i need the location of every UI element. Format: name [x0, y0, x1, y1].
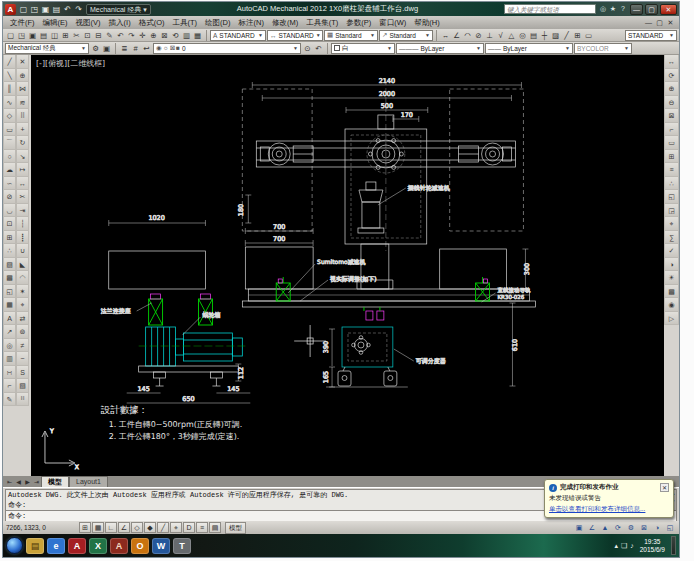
polyline-icon[interactable]: ∿	[3, 96, 16, 110]
construction-line-icon[interactable]: ╲	[3, 69, 16, 83]
tray-model-icon[interactable]: ▣	[573, 522, 585, 533]
list-icon[interactable]: ≡	[664, 163, 679, 177]
tray-autoscale-icon[interactable]: ⟳	[612, 522, 624, 533]
notification-details-link[interactable]: 单击以查看打印和发布详细信息...	[549, 505, 669, 514]
diameter-dimension-icon[interactable]: ⊘	[473, 30, 484, 41]
menu-format[interactable]: 格式(O)	[135, 18, 169, 28]
taskbar-ie-icon[interactable]: e	[47, 538, 65, 554]
maximize-button[interactable]: ▢	[645, 4, 658, 15]
sketch-icon[interactable]: ✎	[3, 393, 16, 407]
minimize-button[interactable]: —	[630, 4, 643, 15]
tray-performance-icon[interactable]: ◑	[651, 522, 663, 533]
make-object-layer-current-icon[interactable]: ⊙	[302, 43, 313, 54]
delete-duplicates-icon[interactable]: ≠	[16, 339, 29, 353]
taskbar-acrobat-icon[interactable]: A	[68, 538, 86, 554]
power-dimension-icon[interactable]: ↔	[440, 30, 451, 41]
dim-style-dropdown[interactable]: ↔ STANDARD▼	[267, 30, 323, 41]
properties-icon[interactable]: ▥	[181, 30, 192, 41]
show-hidden-icon[interactable]: ▴	[614, 542, 618, 550]
orbit-icon[interactable]: ⟳	[664, 69, 679, 83]
layer-properties-icon[interactable]: ≣	[119, 43, 130, 54]
menu-window[interactable]: 窗口(W)	[375, 18, 410, 28]
break-icon[interactable]: ┋	[16, 231, 29, 245]
arc-icon[interactable]: ⌒	[3, 136, 16, 150]
infocenter-search-input[interactable]	[504, 4, 596, 14]
ducs-toggle-icon[interactable]: ⌖	[170, 522, 182, 533]
network-icon[interactable]: ❏	[621, 542, 627, 550]
array-icon[interactable]: ⠿	[16, 109, 29, 123]
spline-icon[interactable]: ∽	[3, 177, 16, 191]
explode-icon[interactable]: ✶	[16, 285, 29, 299]
color-dropdown[interactable]: 白▼	[331, 43, 395, 54]
redo-icon[interactable]: ↷	[73, 4, 84, 15]
area-tool-icon[interactable]: ▭	[664, 136, 679, 150]
layer-dropdown[interactable]: ◉☼⊠■ 0▼	[153, 43, 301, 54]
taskbar-excel-icon[interactable]: X	[89, 538, 107, 554]
title-border-icon[interactable]: ▭	[583, 30, 594, 41]
drawing-canvas[interactable]: [-][俯视][二维线框] 2140 2000	[31, 55, 664, 476]
doc-minimize-button[interactable]: —	[643, 18, 654, 28]
markup-icon[interactable]: ✓	[664, 244, 679, 258]
plot-icon[interactable]: ▤	[51, 4, 62, 15]
divide-icon[interactable]: ∺	[3, 366, 16, 380]
polar-toggle-icon[interactable]: ∠	[118, 522, 130, 533]
construction-lines-icon[interactable]: ╱	[561, 30, 572, 41]
autocad-logo-icon[interactable]: A	[5, 4, 16, 15]
camera-icon[interactable]: ◉	[664, 298, 679, 312]
layer-on-icon[interactable]: ◉	[156, 44, 162, 52]
menu-help[interactable]: 帮助(H)	[410, 18, 443, 28]
table-icon[interactable]: ▦	[3, 298, 16, 312]
save-icon[interactable]: ▣	[40, 4, 51, 15]
mleader-style-dropdown[interactable]: ↗ Standard▼	[379, 30, 433, 41]
circle-icon[interactable]: ○	[3, 150, 16, 164]
break-at-point-icon[interactable]: ┆	[16, 217, 29, 231]
taskbar-word-icon[interactable]: W	[152, 538, 170, 554]
move-icon[interactable]: +	[16, 123, 29, 137]
workspace-settings-icon[interactable]: ⚙	[90, 43, 101, 54]
offset-icon[interactable]: ≋	[16, 96, 29, 110]
menu-view[interactable]: 视图(V)	[72, 18, 105, 28]
save-workspace-icon[interactable]: ▣	[101, 43, 112, 54]
viewport-controls[interactable]: [-][俯视][二维线框]	[36, 59, 105, 68]
menu-dimension[interactable]: 标注(N)	[235, 18, 268, 28]
edit-hatch-icon[interactable]: ▧	[16, 379, 29, 393]
measure-icon[interactable]: ⌐	[3, 379, 16, 393]
tool-palettes-icon[interactable]: ▦	[192, 30, 203, 41]
notification-close-button[interactable]: ✕	[660, 483, 669, 492]
publish-icon[interactable]: ⊞	[60, 30, 71, 41]
menu-file[interactable]: 文件(F)	[6, 18, 39, 28]
motion-path-icon[interactable]: ▷	[664, 312, 679, 326]
plot-icon[interactable]: ▤	[38, 30, 49, 41]
pan-icon[interactable]: ✛	[137, 30, 148, 41]
materials-icon[interactable]: ▩	[664, 285, 679, 299]
tray-annotation-scale-icon[interactable]: ∠	[586, 522, 598, 533]
polygon-icon[interactable]: ◇	[3, 109, 16, 123]
plot-preview-icon[interactable]: ◫	[49, 30, 60, 41]
new-icon[interactable]: ▢	[5, 30, 16, 41]
save-icon[interactable]: ▣	[27, 30, 38, 41]
taskbar-autocad-icon[interactable]: A	[110, 538, 128, 554]
tab-nav-next-icon[interactable]: ▶	[23, 477, 32, 487]
zoom-previous-icon[interactable]: ⟲	[170, 30, 181, 41]
pan-tool-icon[interactable]: ↔	[664, 55, 679, 69]
menu-insert[interactable]: 插入(I)	[105, 18, 135, 28]
mass-properties-icon[interactable]: ⊞	[664, 150, 679, 164]
copy-nested-icon[interactable]: ⊚	[16, 325, 29, 339]
ray-icon[interactable]: ↗	[3, 325, 16, 339]
linetype-dropdown[interactable]: ——— ByLayer▼	[396, 43, 484, 54]
table-style-dropdown[interactable]: ▦ Standard▼	[324, 30, 378, 41]
tray-clean-screen-icon[interactable]: ◱	[664, 522, 676, 533]
help-icon[interactable]: ?	[618, 4, 628, 14]
draworder-front-icon[interactable]: ◱	[664, 190, 679, 204]
surface-finish-icon[interactable]: √	[495, 30, 506, 41]
rectangle-icon[interactable]: ▭	[3, 123, 16, 137]
workspace-dropdown[interactable]: Mechanical 经典 ▾	[86, 4, 151, 15]
angular-dimension-icon[interactable]: ∠	[451, 30, 462, 41]
layer-state-icon[interactable]: ↶	[313, 43, 324, 54]
cut-icon[interactable]: ✂	[71, 30, 82, 41]
radius-dimension-icon[interactable]: ◠	[462, 30, 473, 41]
stretch-icon[interactable]: ↦	[16, 163, 29, 177]
wipeout-icon[interactable]: ▥	[3, 352, 16, 366]
doc-restore-button[interactable]: ▢	[654, 18, 665, 28]
extend-icon[interactable]: ⇥	[16, 204, 29, 218]
